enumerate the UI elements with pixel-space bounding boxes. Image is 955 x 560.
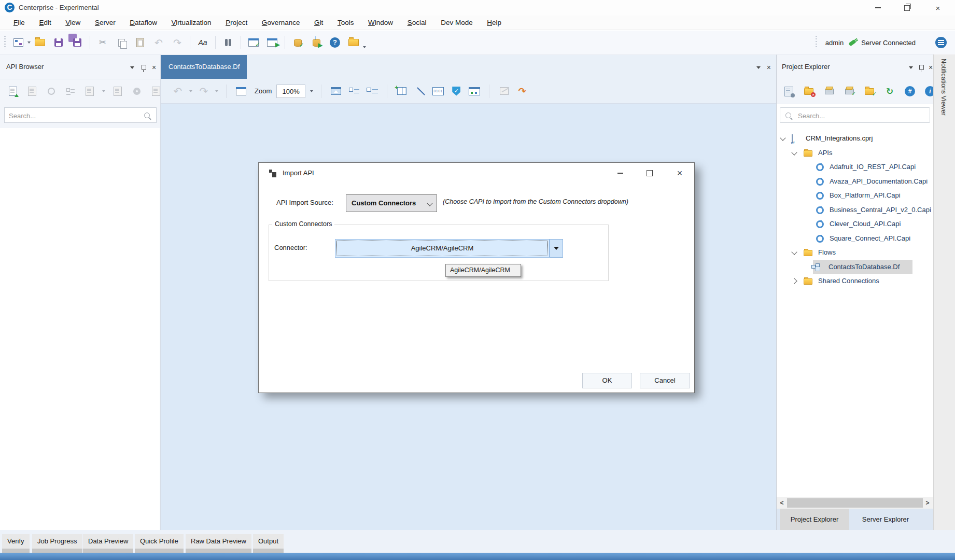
- api-document-button[interactable]: [83, 85, 96, 98]
- search-icon[interactable]: [144, 113, 150, 118]
- export-api-button[interactable]: [25, 85, 39, 98]
- tree-item-api-file[interactable]: Adafruit_IO_REST_API.Capi: [777, 160, 933, 174]
- preview-button[interactable]: [234, 85, 248, 98]
- api-browser-content[interactable]: [0, 128, 160, 539]
- share-api-button[interactable]: [130, 85, 144, 98]
- tab-contactstodatabase[interactable]: ContactsToDatabase.Df: [161, 55, 247, 79]
- reroute-links-button[interactable]: ↷: [515, 85, 529, 98]
- scrollbar-thumb[interactable]: [787, 498, 923, 508]
- import-data-button[interactable]: ↓▶: [310, 36, 323, 49]
- notifications-viewer-label[interactable]: Notifications Viewer: [940, 59, 947, 116]
- scroll-right-icon[interactable]: >: [923, 497, 932, 509]
- zoom-dropdown-icon[interactable]: [310, 90, 313, 92]
- add-table-button[interactable]: +: [395, 85, 409, 98]
- preview-data-button[interactable]: 0101: [431, 85, 445, 98]
- close-button[interactable]: ×: [926, 0, 950, 16]
- layout-horizontal-button[interactable]: [347, 85, 361, 98]
- panel-pin-button[interactable]: [918, 64, 925, 71]
- toolbar-overflow-icon[interactable]: [363, 46, 366, 48]
- chevron-collapsed-icon[interactable]: [791, 278, 797, 284]
- start-dataflow-button[interactable]: ▶: [265, 36, 279, 49]
- tab-quick-profile[interactable]: Quick Profile: [135, 534, 184, 549]
- paste-button[interactable]: [133, 36, 147, 49]
- expand-panel-button[interactable]: [329, 85, 343, 98]
- check-in-button[interactable]: [822, 85, 836, 98]
- tree-item-project[interactable]: CRM_Integrations.cprj: [777, 131, 933, 145]
- tree-item-apis-folder[interactable]: APIs: [777, 146, 933, 160]
- panel-menu-button[interactable]: [907, 64, 915, 71]
- menu-server[interactable]: Server: [89, 16, 122, 30]
- menu-dataflow[interactable]: Dataflow: [123, 16, 163, 30]
- check-out-button[interactable]: ✓: [842, 85, 856, 98]
- menu-view[interactable]: View: [59, 16, 87, 30]
- refresh-project-button[interactable]: ↻: [883, 85, 896, 98]
- layout-tree-button[interactable]: [366, 85, 379, 98]
- tab-raw-data-preview[interactable]: Raw Data Preview: [186, 534, 251, 549]
- import-api-button[interactable]: [6, 85, 20, 98]
- menu-help[interactable]: Help: [481, 16, 508, 30]
- feedback-chat-icon[interactable]: [935, 37, 947, 48]
- panel-close-button[interactable]: ×: [150, 64, 158, 71]
- scroll-left-icon[interactable]: <: [778, 497, 786, 509]
- tree-item-flows-folder[interactable]: Flows: [777, 245, 933, 259]
- tab-verify[interactable]: Verify: [2, 534, 30, 549]
- tree-item-api-file[interactable]: Avaza_API_Documentation.Capi: [777, 174, 933, 188]
- menu-social[interactable]: Social: [401, 16, 433, 30]
- menu-dev-mode[interactable]: Dev Mode: [434, 16, 479, 30]
- undo-dropdown-icon[interactable]: [189, 90, 192, 92]
- menu-file[interactable]: File: [7, 16, 31, 30]
- tree-item-api-file[interactable]: Square_Connect_API.Capi: [777, 231, 933, 245]
- panel-pin-button[interactable]: [140, 64, 147, 71]
- open-button[interactable]: [33, 36, 47, 49]
- cancel-button[interactable]: Cancel: [640, 373, 690, 388]
- chevron-expanded-icon[interactable]: [791, 149, 797, 155]
- search-input[interactable]: [8, 109, 134, 122]
- tab-job-progress[interactable]: Job Progress: [32, 534, 82, 549]
- project-properties-button[interactable]: [782, 85, 795, 98]
- tree-item-api-file[interactable]: Clever_Cloud_API.Capi: [777, 217, 933, 231]
- connector-dropdown-button[interactable]: [550, 239, 563, 258]
- tab-data-preview[interactable]: Data Preview: [83, 534, 133, 549]
- tree-item-flow-selected[interactable]: ContactsToDatabase.Df: [777, 260, 933, 274]
- verify-dataflow-button[interactable]: ✓: [247, 36, 260, 49]
- window-map-button[interactable]: [468, 85, 481, 98]
- new-document-button[interactable]: [11, 36, 25, 49]
- dialog-maximize-button[interactable]: [639, 166, 660, 180]
- dialog-close-button[interactable]: ×: [669, 166, 690, 180]
- copy-button[interactable]: [115, 36, 128, 49]
- save-button[interactable]: [52, 36, 65, 49]
- edit-button[interactable]: [497, 85, 511, 98]
- redo-dropdown-icon[interactable]: [215, 90, 218, 92]
- menu-git[interactable]: Git: [308, 16, 329, 30]
- refresh-apis-button[interactable]: [45, 85, 58, 98]
- search-input[interactable]: [797, 109, 918, 122]
- chevron-expanded-icon[interactable]: [780, 135, 785, 141]
- menu-governance[interactable]: Governance: [256, 16, 306, 30]
- tab-output[interactable]: Output: [253, 534, 284, 549]
- tree-view-button[interactable]: [64, 85, 77, 98]
- add-items-button[interactable]: ✓: [863, 85, 876, 98]
- doc-undo-button[interactable]: ↶: [171, 85, 185, 98]
- search-icon[interactable]: [785, 113, 791, 118]
- dialog-title-bar[interactable]: Import API ×: [259, 163, 694, 184]
- database-write-button[interactable]: ✓: [291, 36, 304, 49]
- tree-item-api-file[interactable]: Business_Central_API_v2_0.Capi: [777, 203, 933, 217]
- menu-tools[interactable]: Tools: [331, 16, 360, 30]
- edit-api-button[interactable]: [111, 85, 124, 98]
- minimize-button[interactable]: [866, 0, 890, 16]
- notifications-viewer-strip[interactable]: Notifications Viewer: [933, 54, 955, 553]
- open-project-button[interactable]: [347, 36, 360, 49]
- tab-list-dropdown-icon[interactable]: [756, 66, 761, 69]
- new-document-dropdown-icon[interactable]: [27, 41, 31, 44]
- draw-link-button[interactable]: [413, 85, 427, 98]
- help-button[interactable]: ?: [328, 36, 342, 49]
- horizontal-scrollbar[interactable]: < >: [777, 497, 933, 509]
- doc-redo-button[interactable]: ↷: [197, 85, 210, 98]
- menu-virtualization[interactable]: Virtualization: [165, 16, 218, 30]
- panel-menu-button[interactable]: [129, 64, 136, 71]
- redo-button[interactable]: ↷: [171, 36, 184, 49]
- menu-window[interactable]: Window: [362, 16, 399, 30]
- chevron-expanded-icon[interactable]: [791, 249, 797, 255]
- save-all-button[interactable]: [71, 36, 84, 49]
- undo-button[interactable]: ↶: [152, 36, 165, 49]
